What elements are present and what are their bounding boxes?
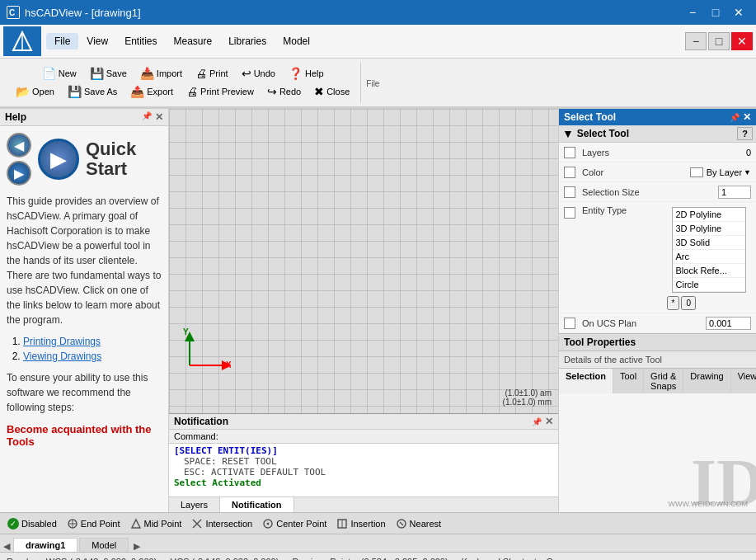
ribbon-maximize-button[interactable]: □: [708, 32, 730, 50]
selection-size-input[interactable]: [718, 186, 751, 199]
select-tool-pin-icon[interactable]: 📌: [730, 113, 740, 122]
notification-tabs: Layers Notification: [169, 496, 558, 512]
app-logo[interactable]: [3, 26, 41, 56]
coord-display: (1.0±1.0) am (1.0±1.0) mm: [503, 388, 552, 407]
open-button[interactable]: 📂 Open: [10, 82, 60, 101]
close-file-button[interactable]: ✖ Close: [308, 82, 355, 101]
layers-tab[interactable]: Layers: [169, 497, 220, 512]
minimize-button[interactable]: −: [682, 3, 703, 21]
status-ready: Ready: [7, 557, 33, 561]
notification-pin-icon[interactable]: 📌: [532, 417, 542, 426]
tab-scroll-left-button[interactable]: ◀: [0, 541, 13, 552]
snap-center-point[interactable]: Center Point: [258, 517, 331, 530]
tab-tool[interactable]: Tool: [613, 369, 644, 393]
print-preview-button[interactable]: 🖨 Print Preview: [181, 82, 260, 101]
entity-clear-button[interactable]: 0: [681, 296, 696, 310]
save-button[interactable]: 💾 Save: [84, 64, 133, 82]
selection-size-checkbox[interactable]: [564, 186, 575, 198]
snap-nearest[interactable]: Nearest: [392, 517, 446, 530]
menu-item-view[interactable]: View: [78, 33, 116, 49]
color-control[interactable]: By Layer ▼: [690, 167, 751, 177]
snap-end-point[interactable]: End Point: [63, 517, 124, 530]
entity-type-checkbox[interactable]: [564, 207, 575, 219]
menu-bar: FileViewEntitiesMeasureLibrariesModel − …: [0, 25, 756, 59]
tab-grid-snaps[interactable]: Grid & Snaps: [644, 369, 683, 393]
redo-icon: ↪: [267, 85, 277, 98]
tab-drawing1[interactable]: drawing1: [13, 538, 77, 552]
entity-3d-solid[interactable]: 3D Solid: [673, 236, 746, 250]
maximize-button[interactable]: □: [705, 3, 726, 21]
next-arrow-button[interactable]: ▶: [7, 161, 31, 186]
on-ucs-plane-input[interactable]: [706, 317, 751, 330]
help-panel-title: Help: [5, 111, 26, 123]
entity-block-ref[interactable]: Block Refe...: [673, 264, 746, 278]
notification-close-icon[interactable]: ✕: [545, 416, 553, 427]
select-tool-help-button[interactable]: ?: [737, 127, 753, 140]
snap-intersection[interactable]: Intersection: [187, 517, 256, 530]
entity-arc[interactable]: Arc: [673, 250, 746, 264]
printing-drawings-link[interactable]: Printing Drawings: [23, 336, 101, 347]
select-tool-panel-title: Select Tool: [564, 111, 616, 123]
snap-disabled[interactable]: ✓ Disabled: [3, 517, 61, 530]
entity-2d-polyline[interactable]: 2D Polyline: [673, 208, 746, 222]
open-icon: 📂: [16, 85, 30, 98]
undo-icon: ↩: [242, 67, 251, 80]
print-preview-icon: 🖨: [186, 85, 198, 98]
bottom-tabs-bar: ◀ drawing1 Model ▶: [0, 534, 756, 552]
notification-title: Notification: [174, 416, 228, 427]
menu-item-model[interactable]: Model: [275, 33, 318, 49]
menu-item-file[interactable]: File: [46, 33, 78, 49]
new-button[interactable]: 📄 New: [36, 64, 82, 82]
prev-arrow-button[interactable]: ◀: [7, 133, 31, 158]
snap-nearest-label: Nearest: [410, 519, 442, 529]
nav-arrows: ◀ ▶: [7, 133, 31, 186]
help-pin-icon[interactable]: 📌: [142, 111, 152, 123]
print-button[interactable]: 🖨 Print: [190, 64, 234, 82]
on-ucs-plane-checkbox[interactable]: [564, 318, 575, 329]
layers-checkbox[interactable]: [564, 147, 575, 158]
quick-start-title: QuickStart: [86, 139, 136, 179]
tab-selection[interactable]: Selection: [559, 369, 613, 393]
color-dropdown-arrow[interactable]: ▼: [744, 168, 751, 176]
entity-type-buttons: * 0: [667, 296, 752, 310]
entity-circle[interactable]: Circle: [673, 278, 746, 292]
coord-line1: (1.0±1.0) am: [503, 388, 552, 398]
menu-item-entities[interactable]: Entities: [116, 33, 165, 49]
import-button[interactable]: 📥 Import: [134, 64, 188, 82]
notification-active: Select Activated: [174, 478, 553, 488]
ucs-indicator: X Y: [181, 328, 231, 380]
menu-item-measure[interactable]: Measure: [166, 33, 221, 49]
close-button[interactable]: ✕: [728, 3, 749, 21]
app-title: hsCADView - [drawing1]: [25, 7, 141, 19]
export-icon: 📤: [130, 85, 144, 98]
save-as-icon: 💾: [68, 85, 82, 98]
toolbar-group-label: File: [366, 79, 379, 88]
section-collapse-icon[interactable]: ▼: [562, 127, 574, 140]
tab-drawing[interactable]: Drawing: [683, 369, 730, 393]
cad-canvas[interactable]: X Y (1.0±1.0) am (1.0±1.0) mm: [169, 109, 558, 413]
save-as-button[interactable]: 💾 Save As: [62, 82, 123, 101]
tab-viewport[interactable]: Viewport: [731, 369, 756, 393]
undo-button[interactable]: ↩ Undo: [236, 64, 281, 82]
snap-mid-point[interactable]: Mid Point: [126, 517, 186, 530]
export-button[interactable]: 📤 Export: [124, 82, 179, 101]
entity-3d-polyline[interactable]: 3D Polyline: [673, 222, 746, 236]
help-button[interactable]: ❓ Help: [283, 64, 330, 82]
viewing-drawings-link[interactable]: Viewing Drawings: [23, 351, 101, 362]
color-checkbox[interactable]: [564, 167, 575, 178]
select-tool-close-icon[interactable]: ✕: [743, 111, 751, 123]
snap-insertion[interactable]: Insertion: [332, 517, 389, 530]
tab-scroll-right-button[interactable]: ▶: [130, 541, 143, 552]
menu-item-libraries[interactable]: Libraries: [220, 33, 275, 49]
tab-model[interactable]: Model: [79, 538, 129, 552]
start-button[interactable]: ▶: [38, 139, 79, 180]
layers-row: Layers 0: [559, 143, 756, 162]
help-close-icon[interactable]: ✕: [155, 111, 163, 123]
ribbon-minimize-button[interactable]: −: [685, 32, 707, 50]
entity-select-all-button[interactable]: *: [667, 296, 680, 310]
menu-bar-items: FileViewEntitiesMeasureLibrariesModel: [46, 26, 318, 56]
redo-button[interactable]: ↪ Redo: [261, 82, 307, 101]
entity-type-list[interactable]: 2D Polyline 3D Polyline 3D Solid Arc Blo…: [672, 207, 747, 293]
notification-tab[interactable]: Notification: [220, 497, 294, 512]
ribbon-close-button[interactable]: ✕: [731, 32, 753, 50]
